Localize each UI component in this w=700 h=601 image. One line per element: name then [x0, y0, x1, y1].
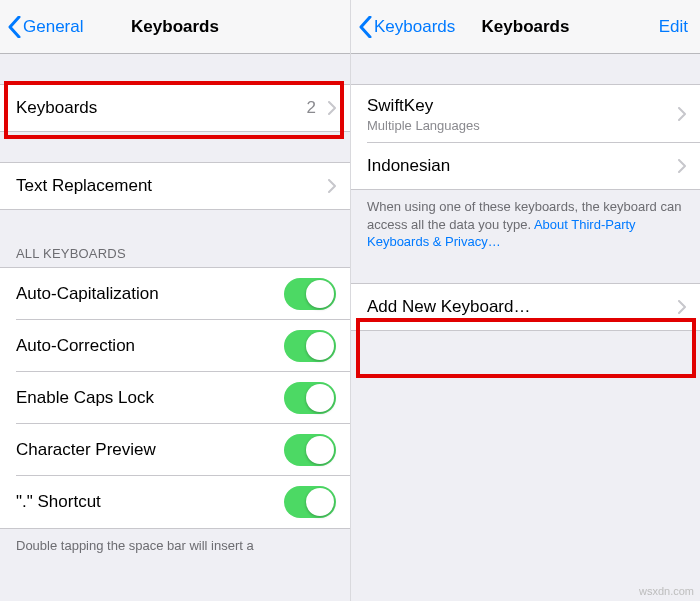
keyboard-row-swiftkey[interactable]: SwiftKey Multiple Languages — [351, 85, 700, 143]
chevron-left-icon — [8, 16, 21, 38]
chevron-right-icon — [328, 179, 336, 193]
chevron-right-icon — [678, 300, 686, 314]
text-replacement-label: Text Replacement — [16, 176, 152, 196]
toggle-auto-capitalization[interactable] — [284, 278, 336, 310]
toggle-row-auto-correction: Auto-Correction — [0, 320, 350, 372]
chevron-right-icon — [328, 101, 336, 115]
keyboards-list-pane: Keyboards Keyboards Edit SwiftKey Multip… — [350, 0, 700, 601]
toggle-period-shortcut[interactable] — [284, 486, 336, 518]
keyboard-label: Indonesian — [367, 156, 450, 176]
toggle-row-char-preview: Character Preview — [0, 424, 350, 476]
back-button-general[interactable]: General — [8, 16, 83, 38]
footer-text-left: Double tapping the space bar will insert… — [0, 529, 350, 567]
toggle-character-preview[interactable] — [284, 434, 336, 466]
toggles-group: Auto-Capitalization Auto-Correction Enab… — [0, 267, 350, 529]
toggle-row-period-shortcut: "." Shortcut — [0, 476, 350, 528]
toggle-label: Enable Caps Lock — [16, 388, 154, 408]
all-keyboards-header: ALL KEYBOARDS — [0, 240, 350, 267]
text-replacement-row[interactable]: Text Replacement — [0, 163, 350, 209]
add-new-keyboard-row[interactable]: Add New Keyboard… — [351, 284, 700, 330]
chevron-right-icon — [678, 107, 686, 121]
third-party-footer: When using one of these keyboards, the k… — [351, 190, 700, 263]
navbar-right: Keyboards Keyboards Edit — [351, 0, 700, 54]
keyboard-row-indonesian[interactable]: Indonesian — [351, 143, 700, 189]
toggle-row-auto-cap: Auto-Capitalization — [0, 268, 350, 320]
back-button-keyboards[interactable]: Keyboards — [359, 16, 455, 38]
toggle-label: Auto-Capitalization — [16, 284, 159, 304]
keyboards-group: Keyboards 2 — [0, 84, 350, 132]
toggle-row-caps-lock: Enable Caps Lock — [0, 372, 350, 424]
settings-keyboards-pane: General Keyboards Keyboards 2 Text Repla… — [0, 0, 350, 601]
keyboard-label: SwiftKey — [367, 96, 672, 116]
keyboards-label: Keyboards — [16, 98, 97, 118]
toggle-label: Character Preview — [16, 440, 156, 460]
text-replacement-group: Text Replacement — [0, 162, 350, 210]
keyboards-row[interactable]: Keyboards 2 — [0, 85, 350, 131]
toggle-auto-correction[interactable] — [284, 330, 336, 362]
add-new-keyboard-label: Add New Keyboard… — [367, 297, 530, 317]
back-label: General — [23, 17, 83, 37]
add-keyboard-group: Add New Keyboard… — [351, 283, 700, 331]
installed-keyboards-group: SwiftKey Multiple Languages Indonesian — [351, 84, 700, 190]
navbar-left: General Keyboards — [0, 0, 350, 54]
toggle-label: "." Shortcut — [16, 492, 101, 512]
keyboards-count: 2 — [307, 98, 322, 118]
watermark: wsxdn.com — [639, 585, 694, 597]
chevron-left-icon — [359, 16, 372, 38]
keyboard-sublabel: Multiple Languages — [367, 118, 672, 133]
chevron-right-icon — [678, 159, 686, 173]
edit-button[interactable]: Edit — [659, 17, 692, 37]
toggle-label: Auto-Correction — [16, 336, 135, 356]
toggle-caps-lock[interactable] — [284, 382, 336, 414]
back-label: Keyboards — [374, 17, 455, 37]
